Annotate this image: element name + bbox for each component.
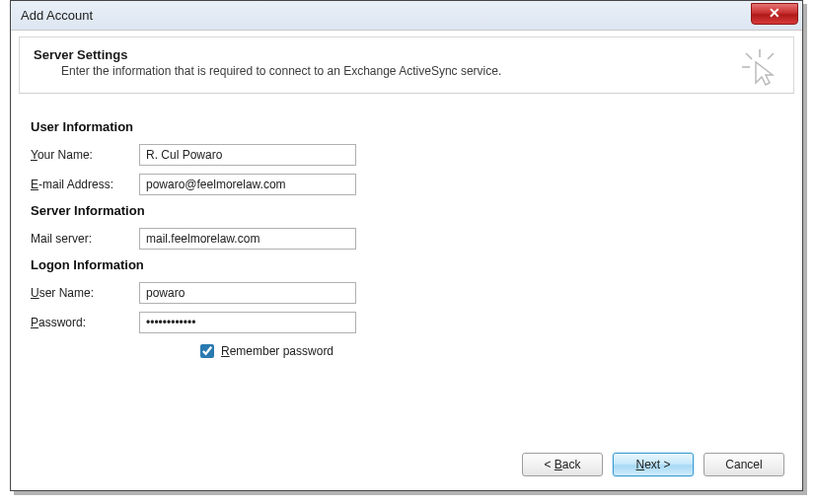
row-password: Password: bbox=[31, 312, 782, 333]
row-remember-password: Remember password bbox=[196, 341, 782, 361]
header-subtitle: Enter the information that is required t… bbox=[61, 64, 779, 78]
row-mail-server: Mail server: bbox=[31, 228, 782, 250]
password-input[interactable] bbox=[139, 312, 356, 333]
user-name-input[interactable] bbox=[139, 282, 356, 304]
label-email: E-mail Address: bbox=[31, 178, 139, 191]
close-icon: ✕ bbox=[769, 5, 780, 21]
label-your-name: Your Name: bbox=[31, 148, 139, 162]
label-mail-server: Mail server: bbox=[31, 232, 139, 246]
header-panel: Server Settings Enter the information th… bbox=[19, 36, 794, 94]
window-title: Add Account bbox=[21, 8, 93, 23]
section-user-information: User Information bbox=[31, 119, 782, 134]
back-button[interactable]: < Back bbox=[522, 453, 603, 476]
section-logon-information: Logon Information bbox=[31, 257, 782, 272]
remember-password-checkbox[interactable] bbox=[200, 344, 214, 358]
mail-server-input[interactable] bbox=[139, 228, 356, 250]
titlebar: Add Account ✕ bbox=[11, 1, 802, 31]
cancel-button[interactable]: Cancel bbox=[704, 453, 784, 476]
your-name-input[interactable] bbox=[139, 144, 356, 166]
label-password: Password: bbox=[31, 316, 139, 329]
label-user-name: User Name: bbox=[31, 286, 139, 300]
row-your-name: Your Name: bbox=[31, 144, 782, 166]
header-title: Server Settings bbox=[34, 47, 779, 62]
row-user-name: User Name: bbox=[31, 282, 782, 304]
label-remember-password[interactable]: Remember password bbox=[221, 344, 333, 358]
form-content: User Information Your Name: E-mail Addre… bbox=[11, 94, 802, 361]
email-input[interactable] bbox=[139, 174, 356, 195]
svg-line-3 bbox=[768, 53, 774, 59]
row-email: E-mail Address: bbox=[31, 174, 782, 195]
add-account-dialog: Add Account ✕ Server Settings Enter the … bbox=[10, 0, 803, 491]
button-row: < Back Next > Cancel bbox=[522, 453, 784, 476]
svg-line-2 bbox=[746, 53, 752, 59]
section-server-information: Server Information bbox=[31, 203, 782, 218]
cursor-click-icon bbox=[740, 47, 779, 87]
next-button[interactable]: Next > bbox=[613, 453, 694, 476]
close-button[interactable]: ✕ bbox=[751, 3, 798, 25]
